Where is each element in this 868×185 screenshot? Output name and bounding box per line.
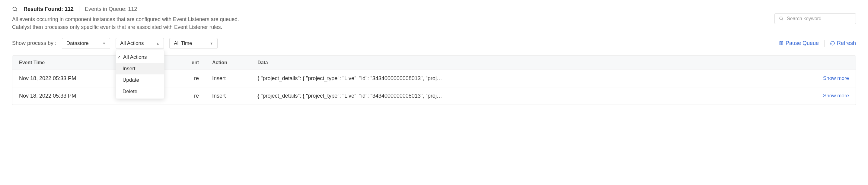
filter-label: Show process by : — [12, 40, 56, 46]
search-icon — [12, 6, 18, 12]
search-input-wrapper[interactable] — [774, 13, 856, 24]
cell-time: Nov 18, 2022 05:33 PM — [12, 90, 112, 102]
option-insert[interactable]: Insert — [116, 63, 164, 74]
chevron-up-icon: ▲ — [156, 42, 159, 45]
svg-line-3 — [782, 19, 783, 20]
description-text: All events occurring in component instan… — [12, 15, 242, 31]
chevron-down-icon: ▼ — [102, 42, 105, 45]
search-icon — [779, 16, 784, 22]
results-summary: Results Found: 112 Events in Queue: 112 — [12, 6, 774, 12]
divider — [79, 6, 80, 12]
cell-time: Nov 18, 2022 05:33 PM — [12, 72, 112, 85]
refresh-label: Refresh — [837, 40, 856, 46]
svg-rect-4 — [780, 42, 781, 45]
cell-action: Insert — [206, 70, 251, 87]
time-select-value: All Time — [174, 40, 192, 46]
datastore-select-value: Datastore — [66, 40, 89, 46]
data-json: { "project_details": { "project_type": "… — [257, 75, 820, 82]
option-all-actions[interactable]: All Actions — [116, 51, 164, 63]
results-found: Results Found: 112 — [24, 6, 74, 12]
svg-line-1 — [16, 10, 17, 11]
cell-action: Insert — [206, 87, 251, 105]
col-header-time: Event Time — [12, 56, 112, 70]
actions-select-value: All Actions — [120, 40, 144, 46]
cell-data: { "project_details": { "project_type": "… — [251, 87, 856, 105]
option-update[interactable]: Update — [116, 74, 164, 86]
actions-select[interactable]: All Actions ▲ — [116, 38, 164, 49]
col-header-data: Data — [251, 56, 856, 70]
col-header-action: Action — [206, 56, 251, 70]
divider — [824, 40, 825, 47]
svg-point-0 — [13, 7, 17, 10]
events-in-queue: Events in Queue: 112 — [85, 6, 137, 12]
search-input[interactable] — [787, 16, 851, 22]
refresh-icon — [830, 41, 835, 46]
actions-dropdown: All Actions Insert Update Delete — [116, 50, 164, 99]
option-delete[interactable]: Delete — [116, 86, 164, 97]
show-more-link[interactable]: Show more — [823, 75, 849, 81]
refresh-button[interactable]: Refresh — [830, 40, 856, 46]
pause-icon — [779, 41, 784, 46]
chevron-down-icon: ▼ — [210, 42, 213, 45]
datastore-select[interactable]: Datastore ▼ — [62, 38, 110, 49]
svg-point-2 — [780, 17, 782, 20]
data-json: { "project_details": { "project_type": "… — [257, 93, 820, 99]
svg-rect-5 — [782, 42, 783, 45]
time-select[interactable]: All Time ▼ — [169, 38, 218, 49]
pause-queue-button[interactable]: Pause Queue — [779, 40, 819, 46]
pause-queue-label: Pause Queue — [785, 40, 819, 46]
show-more-link[interactable]: Show more — [823, 93, 849, 99]
cell-data: { "project_details": { "project_type": "… — [251, 70, 856, 87]
